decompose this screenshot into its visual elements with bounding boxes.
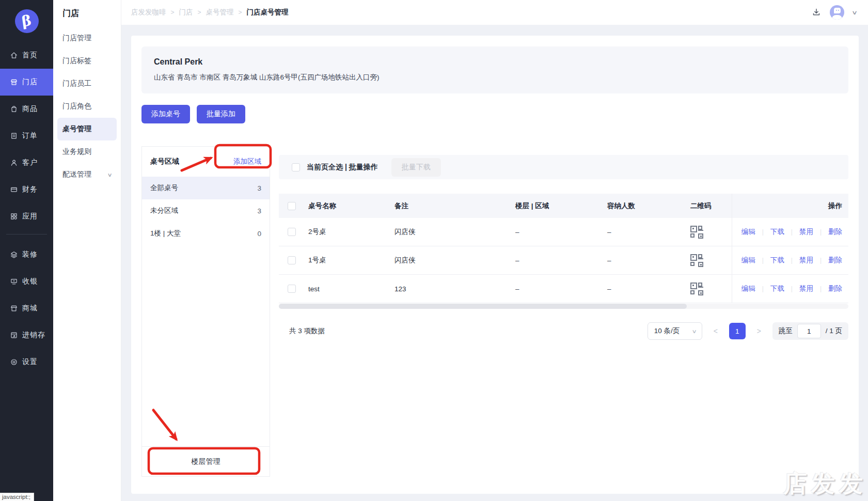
- batch-download-button[interactable]: 批量下载: [391, 158, 441, 177]
- sidebar-item-label: 收银: [22, 277, 38, 286]
- sidebar-item-inventory[interactable]: 进销存: [0, 322, 53, 349]
- horizontal-scrollbar[interactable]: [279, 304, 848, 309]
- primary-sidebar: β 首页 门店 商品 订单 客户 财务 应用: [0, 0, 53, 501]
- sidebar-item-customers[interactable]: 客户: [0, 149, 53, 176]
- disable-link[interactable]: 禁用: [799, 227, 813, 237]
- store-name: Central Perk: [154, 57, 836, 67]
- delete-link[interactable]: 删除: [828, 227, 842, 237]
- edit-link[interactable]: 编辑: [741, 227, 755, 237]
- breadcrumb-item[interactable]: 桌号管理: [206, 8, 234, 17]
- sidebar-item-apps[interactable]: 应用: [0, 203, 53, 230]
- delete-link[interactable]: 删除: [828, 256, 842, 265]
- row-checkbox[interactable]: [288, 256, 296, 264]
- sidebar-item-decorate[interactable]: 装修: [0, 241, 53, 268]
- cell-floor: –: [515, 257, 607, 264]
- tables-table: 桌号名称 备注 楼层 | 区域 容纳人数 二维码 操作 2号桌 闪店侠: [279, 194, 848, 303]
- sidebar-item-goods[interactable]: 商品: [0, 96, 53, 122]
- floor-manage-button[interactable]: 楼层管理: [142, 446, 270, 476]
- sidebar-item-label: 门店: [22, 77, 38, 87]
- subnav-business-rules[interactable]: 业务规则: [57, 140, 117, 163]
- cell-table-name: test: [308, 285, 394, 293]
- select-all-label: 当前页全选 | 批量操作: [307, 163, 378, 172]
- subnav-store-staff[interactable]: 门店员工: [57, 72, 117, 95]
- subnav-delivery-manage[interactable]: 配送管理∨: [57, 163, 117, 186]
- gear-icon: [10, 358, 18, 366]
- sidebar-item-home[interactable]: 首页: [0, 42, 53, 69]
- store-info-card: Central Perk 山东省 青岛市 市南区 青岛万象城 山东路6号甲(五四…: [141, 46, 848, 93]
- download-link[interactable]: 下载: [770, 227, 784, 237]
- qr-code-icon[interactable]: [690, 254, 703, 267]
- breadcrumb-separator: >: [198, 9, 201, 16]
- cell-capacity: –: [607, 228, 690, 236]
- current-page-button[interactable]: 1: [729, 323, 746, 339]
- download-link[interactable]: 下载: [770, 284, 784, 293]
- grid-icon: [10, 212, 18, 221]
- table-toolbar: 当前页全选 | 批量操作 批量下载: [279, 155, 848, 179]
- subnav-store-tags[interactable]: 门店标签: [57, 50, 117, 72]
- delete-link[interactable]: 删除: [828, 284, 842, 293]
- disable-link[interactable]: 禁用: [799, 256, 813, 265]
- qr-code-icon[interactable]: [690, 226, 703, 239]
- jump-page-input[interactable]: [797, 324, 821, 338]
- select-all-checkbox[interactable]: [292, 163, 300, 171]
- subnav-store-manage[interactable]: 门店管理: [57, 27, 117, 50]
- table-footer: 共 3 项数据 10 条/页 ∨ < 1 > 跳至: [279, 322, 848, 340]
- region-item-unassigned[interactable]: 未分区域 3: [142, 199, 270, 222]
- next-page-button[interactable]: >: [753, 327, 765, 335]
- subnav-store-roles[interactable]: 门店角色: [57, 95, 117, 118]
- breadcrumb: 店发发咖啡 > 门店 > 桌号管理 > 门店桌号管理: [131, 8, 289, 17]
- download-link[interactable]: 下载: [770, 256, 784, 265]
- cell-capacity: –: [607, 285, 690, 293]
- sidebar-item-settings[interactable]: 设置: [0, 349, 53, 375]
- breadcrumb-current: 门店桌号管理: [247, 8, 289, 17]
- sidebar-item-cashier[interactable]: 收银: [0, 268, 53, 295]
- table-row: 2号桌 闪店侠 – – 编辑|下载|禁用|删除: [279, 218, 848, 246]
- sidebar-item-orders[interactable]: 订单: [0, 122, 53, 149]
- total-pages-label: / 1 页: [826, 326, 842, 336]
- row-checkbox[interactable]: [288, 285, 296, 293]
- add-table-button[interactable]: 添加桌号: [141, 105, 190, 123]
- breadcrumb-separator: >: [171, 9, 175, 16]
- sidebar-item-finance[interactable]: 财务: [0, 176, 53, 203]
- sidebar-item-store[interactable]: 门店: [0, 69, 53, 96]
- breadcrumb-item[interactable]: 店发发咖啡: [131, 8, 166, 17]
- region-panel: 桌号区域 添加区域 全部桌号 3 未分区域 3 1楼 | 大堂: [141, 146, 270, 477]
- region-item-floor1-lobby[interactable]: 1楼 | 大堂 0: [142, 222, 270, 245]
- subnav-table-manage[interactable]: 桌号管理: [57, 118, 117, 140]
- chevron-down-icon[interactable]: ∨: [851, 9, 858, 16]
- sidebar-item-label: 应用: [22, 212, 38, 221]
- add-region-link[interactable]: 添加区域: [233, 157, 261, 166]
- chevron-down-icon: ∨: [692, 328, 697, 334]
- cash-register-icon: [10, 277, 18, 286]
- layers-icon: [10, 251, 18, 259]
- breadcrumb-item[interactable]: 门店: [179, 8, 193, 17]
- edit-link[interactable]: 编辑: [741, 256, 755, 265]
- sidebar-item-mall[interactable]: 商城: [0, 295, 53, 322]
- edit-link[interactable]: 编辑: [741, 284, 755, 293]
- region-item-all[interactable]: 全部桌号 3: [142, 177, 270, 199]
- row-checkbox[interactable]: [288, 228, 296, 236]
- chevron-down-icon: ∨: [107, 172, 112, 178]
- logo-wrap: β: [0, 0, 53, 42]
- region-item-count: 3: [257, 184, 261, 192]
- batch-add-button[interactable]: 批量添加: [197, 105, 245, 123]
- header-checkbox[interactable]: [288, 202, 296, 210]
- sidebar-item-label: 订单: [22, 131, 38, 140]
- secondary-sidebar: 门店 门店管理 门店标签 门店员工 门店角色 桌号管理 业务规则 配送管理∨: [53, 0, 121, 501]
- col-header-name: 桌号名称: [308, 201, 394, 211]
- topbar-right: ∨: [811, 5, 857, 20]
- disable-link[interactable]: 禁用: [799, 284, 813, 293]
- avatar[interactable]: [830, 5, 844, 20]
- scrollbar-thumb[interactable]: [279, 304, 687, 309]
- prev-page-button[interactable]: <: [710, 327, 721, 335]
- download-icon[interactable]: [811, 7, 822, 18]
- app-root: β 首页 门店 商品 订单 客户 财务 应用: [0, 0, 868, 501]
- topbar: 店发发咖啡 > 门店 > 桌号管理 > 门店桌号管理 ∨: [121, 0, 868, 25]
- brand-logo[interactable]: β: [15, 9, 39, 33]
- qr-code-icon[interactable]: [690, 283, 703, 295]
- page-size-select[interactable]: 10 条/页 ∨: [648, 322, 702, 340]
- content: Central Perk 山东省 青岛市 市南区 青岛万象城 山东路6号甲(五四…: [121, 25, 868, 501]
- link-status-bar: javascript:;: [0, 493, 34, 501]
- jump-label: 跳至: [779, 326, 793, 336]
- region-panel-title: 桌号区域: [150, 157, 179, 166]
